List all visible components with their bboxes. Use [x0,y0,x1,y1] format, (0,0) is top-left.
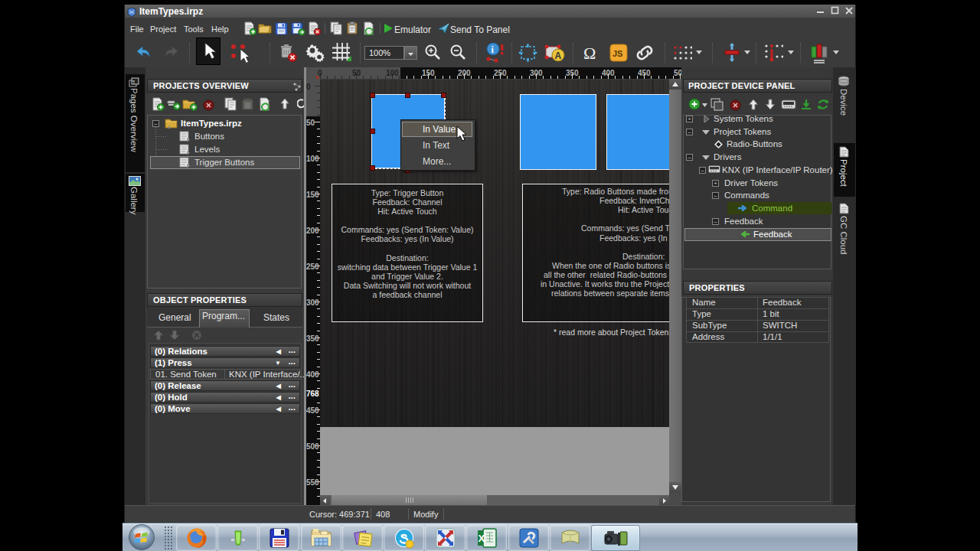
svg-text:¶: ¶ [132,80,135,84]
svg-text:X: X [479,533,485,544]
